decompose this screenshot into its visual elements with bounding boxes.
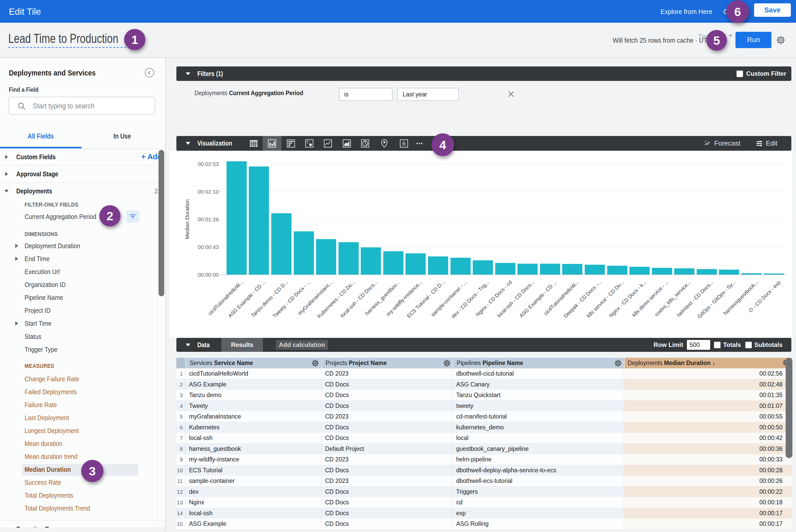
svg-text:6: 6 xyxy=(402,140,406,147)
